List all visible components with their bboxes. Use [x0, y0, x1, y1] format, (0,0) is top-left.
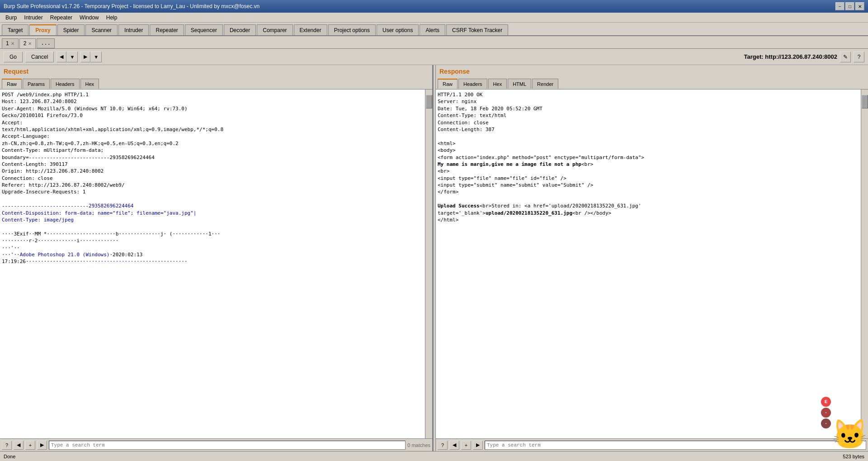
response-tab-html[interactable]: HTML — [508, 79, 531, 89]
response-search-add[interactable]: + — [461, 441, 471, 450]
titlebar-title: Burp Suite Professional v1.7.26 - Tempor… — [4, 3, 259, 9]
request-text: POST /web9/index.php HTTP/1.1 Host: 123.… — [2, 91, 430, 265]
response-tabs: Raw Headers Hex HTML Render — [436, 78, 868, 89]
request-search-help[interactable]: ? — [2, 441, 12, 450]
target-label: Target: http://123.206.87.240:8002 — [744, 53, 837, 60]
menu-intruder[interactable]: Intruder — [20, 14, 46, 22]
nav-back-button[interactable]: ◀ — [57, 52, 66, 62]
subtab-more[interactable]: ... — [37, 38, 55, 48]
response-search-help[interactable]: ? — [438, 441, 448, 450]
minimize-button[interactable]: − — [835, 2, 844, 10]
response-search-bar: ? ◀ + ▶ — [436, 438, 868, 451]
maximize-button[interactable]: □ — [845, 2, 854, 10]
request-tabs: Raw Params Headers Hex — [0, 78, 432, 89]
toolbar: Go Cancel ◀ ▼ ▶ ▼ Target: http://123.206… — [0, 49, 868, 65]
window-controls[interactable]: − □ ✕ — [835, 2, 864, 10]
subtab-2-close[interactable]: ✕ — [28, 41, 32, 46]
close-button[interactable]: ✕ — [855, 2, 864, 10]
tab-sequencer[interactable]: Sequencer — [185, 24, 223, 35]
menu-window[interactable]: Window — [76, 14, 103, 22]
tab-extender[interactable]: Extender — [294, 24, 327, 35]
request-search-prev[interactable]: ◀ — [14, 441, 24, 450]
request-scroll-thumb[interactable] — [426, 95, 432, 108]
main-tabbar: Target Proxy Spider Scanner Intruder Rep… — [0, 23, 868, 36]
edit-target-button[interactable]: ✎ — [840, 52, 851, 62]
response-tab-headers[interactable]: Headers — [458, 79, 487, 89]
subtab-1-close[interactable]: ✕ — [11, 41, 14, 46]
request-scrollbar[interactable] — [425, 89, 432, 438]
cancel-button[interactable]: Cancel — [25, 52, 54, 62]
nav-back-dropdown[interactable]: ▼ — [66, 52, 78, 62]
tab-spider[interactable]: Spider — [57, 24, 85, 35]
response-text: HTTP/1.1 200 OK Server: nginx Date: Tue,… — [438, 91, 866, 223]
tab-project-options[interactable]: Project options — [328, 24, 376, 35]
subtab-1-label: 1 — [6, 40, 9, 47]
request-search-bar: ? ◀ + ▶ 0 matches — [0, 438, 432, 451]
tab-decoder[interactable]: Decoder — [224, 24, 256, 35]
go-button[interactable]: Go — [4, 52, 23, 62]
response-pane: Response Raw Headers Hex HTML Render HTT… — [436, 65, 868, 451]
response-tab-render[interactable]: Render — [532, 79, 558, 89]
nav-forward-group: ▶ ▼ — [80, 52, 102, 62]
tab-intruder[interactable]: Intruder — [118, 24, 149, 35]
request-search-matches: 0 matches — [407, 442, 430, 448]
tab-scanner[interactable]: Scanner — [85, 24, 118, 35]
nav-back-group: ◀ ▼ — [57, 52, 78, 62]
response-scrollbar[interactable] — [861, 89, 868, 438]
nav-forward-dropdown[interactable]: ▼ — [90, 52, 102, 62]
nav-forward-button[interactable]: ▶ — [80, 52, 90, 62]
request-pane: Request Raw Params Headers Hex POST /web… — [0, 65, 433, 451]
request-tab-params[interactable]: Params — [23, 79, 50, 89]
request-tab-hex[interactable]: Hex — [80, 79, 99, 89]
request-search-next[interactable]: ▶ — [37, 441, 47, 450]
titlebar: Burp Suite Professional v1.7.26 - Tempor… — [0, 0, 868, 13]
sub-tabbar: 1 ✕ 2 ✕ ... — [0, 36, 868, 49]
response-tab-hex[interactable]: Hex — [488, 79, 507, 89]
tab-alerts[interactable]: Alerts — [420, 24, 445, 35]
response-search-next[interactable]: ▶ — [473, 441, 483, 450]
help-button[interactable]: ? — [854, 52, 864, 62]
menu-repeater[interactable]: Repeater — [47, 14, 76, 22]
tab-comparer[interactable]: Comparer — [257, 24, 292, 35]
response-scroll-thumb[interactable] — [862, 95, 868, 108]
tab-target[interactable]: Target — [2, 24, 28, 35]
tab-proxy[interactable]: Proxy — [29, 24, 56, 35]
response-tab-raw[interactable]: Raw — [438, 79, 458, 89]
menu-burp[interactable]: Burp — [2, 14, 20, 22]
response-search-input[interactable] — [485, 441, 866, 450]
tab-repeater[interactable]: Repeater — [150, 24, 184, 35]
subtab-1[interactable]: 1 ✕ — [2, 38, 19, 48]
request-search-input[interactable] — [49, 441, 406, 450]
request-content[interactable]: POST /web9/index.php HTTP/1.1 Host: 123.… — [0, 89, 432, 438]
menu-help[interactable]: Help — [103, 14, 121, 22]
response-search-prev[interactable]: ◀ — [449, 441, 459, 450]
subtab-2[interactable]: 2 ✕ — [19, 38, 36, 48]
menubar: Burp Intruder Repeater Window Help — [0, 13, 868, 23]
request-header: Request — [0, 65, 432, 78]
request-tab-headers[interactable]: Headers — [51, 79, 80, 89]
request-search-add[interactable]: + — [25, 441, 35, 450]
response-content[interactable]: HTTP/1.1 200 OK Server: nginx Date: Tue,… — [436, 89, 868, 438]
main-content: Request Raw Params Headers Hex POST /web… — [0, 65, 868, 451]
request-tab-raw[interactable]: Raw — [2, 79, 22, 89]
statusbar: Done 523 bytes — [0, 451, 868, 461]
response-header: Response — [436, 65, 868, 78]
tab-csrf-token-tracker[interactable]: CSRF Token Tracker — [446, 24, 508, 35]
tab-user-options[interactable]: User options — [377, 24, 419, 35]
status-text: Done — [4, 454, 15, 459]
subtab-2-label: 2 — [24, 40, 27, 47]
bytes-count: 523 bytes — [843, 454, 864, 459]
